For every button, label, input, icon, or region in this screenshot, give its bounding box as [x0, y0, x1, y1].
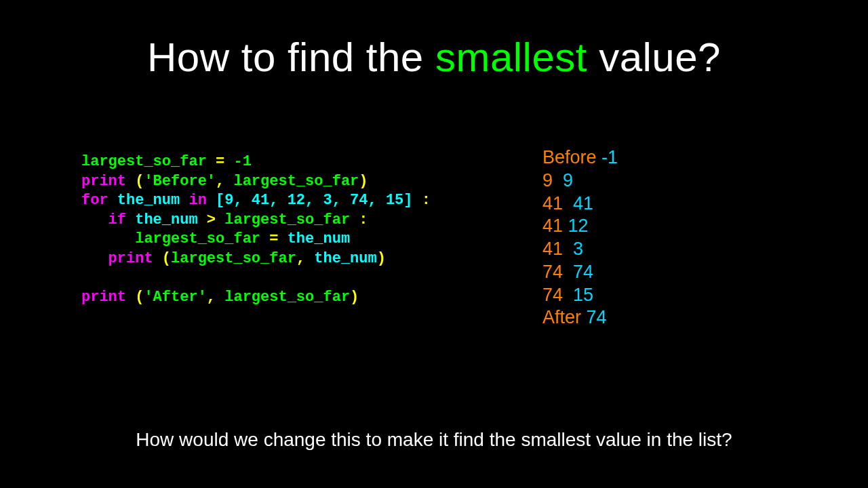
slide-title: How to find the smallest value? — [0, 34, 868, 81]
code-t: largest_so_far — [81, 153, 207, 170]
output-lsf: 74 — [542, 285, 563, 305]
code-t: the_num — [117, 192, 180, 209]
output-label: After — [542, 307, 581, 327]
code-t: -1 — [233, 153, 251, 170]
output-lsf: 9 — [542, 170, 553, 190]
code-t: print — [108, 250, 162, 267]
output-val: 3 — [573, 239, 583, 259]
code-t: ) — [359, 173, 368, 190]
output-row: 41 3 — [542, 238, 618, 261]
output-val: 41 — [573, 193, 593, 214]
code-t: if — [108, 211, 136, 228]
code-t: ) — [350, 289, 359, 306]
output-lsf: 41 — [542, 239, 563, 259]
slide-question: How would we change this to make it find… — [0, 429, 868, 451]
code-t: , — [207, 289, 224, 306]
title-highlight: smallest — [435, 35, 587, 80]
code-t — [81, 230, 135, 247]
output-row: 74 15 — [542, 284, 618, 307]
code-t: largest_so_far — [233, 173, 359, 190]
output-val: 15 — [573, 285, 593, 305]
code-t: 'Before' — [144, 173, 216, 190]
title-post: value? — [587, 35, 721, 80]
code-t — [81, 250, 108, 267]
output-val: 74 — [587, 307, 607, 327]
output-val: 74 — [573, 262, 593, 282]
code-t: ( — [162, 250, 171, 267]
output-before: Before -1 — [542, 146, 618, 169]
code-t: : — [350, 211, 368, 228]
code-t: 'After' — [144, 289, 206, 306]
output-val: 9 — [563, 170, 573, 190]
code-t — [81, 211, 108, 228]
code-t: largest_so_far — [135, 230, 260, 247]
output-val: 12 — [568, 216, 589, 236]
code-t: [9, 41, 12, 3, 74, 15] — [216, 192, 412, 209]
output-block: Before -1 9 941 4141 1241 374 7474 15 Af… — [542, 146, 618, 329]
output-lsf: 41 — [542, 216, 563, 236]
code-t: largest_so_far — [224, 211, 350, 228]
code-t: ( — [135, 289, 144, 306]
code-t: ( — [135, 173, 144, 190]
output-lsf: 41 — [542, 193, 563, 214]
code-t: ) — [377, 250, 386, 267]
output-after: After 74 — [542, 306, 618, 329]
code-t: the_num — [288, 230, 350, 247]
code-t: print — [81, 173, 135, 190]
code-t: print — [81, 289, 135, 306]
title-pre: How to find the — [147, 35, 435, 80]
code-t: > — [198, 211, 225, 228]
code-t: in — [180, 192, 216, 209]
slide: How to find the smallest value? largest_… — [0, 0, 868, 488]
code-t: , — [296, 250, 314, 267]
code-t: = — [260, 230, 288, 247]
code-t: largest_so_far — [224, 289, 350, 306]
output-row: 41 41 — [542, 192, 618, 216]
code-t: for — [81, 192, 117, 209]
code-t: , — [216, 173, 233, 190]
code-block: largest_so_far = -1 print ('Before', lar… — [81, 152, 431, 308]
code-t: : — [413, 192, 431, 209]
output-row: 74 74 — [542, 261, 618, 284]
code-t: the_num — [135, 211, 197, 228]
output-row: 41 12 — [542, 215, 618, 238]
output-row: 9 9 — [542, 169, 618, 192]
output-label: Before — [542, 147, 597, 167]
code-t: largest_so_far — [171, 250, 296, 267]
output-lsf: 74 — [542, 262, 563, 282]
code-t: the_num — [314, 250, 376, 267]
code-t: = — [207, 153, 234, 170]
output-val: -1 — [601, 147, 618, 167]
